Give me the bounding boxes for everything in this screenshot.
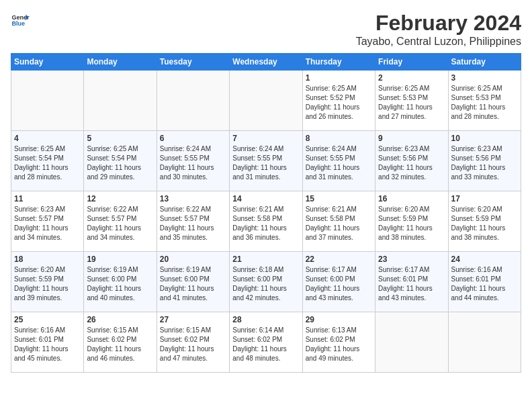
day-content: Sunrise: 6:25 AMSunset: 5:53 PMDaylight:… [378, 84, 445, 122]
calendar-cell [11, 71, 84, 131]
day-content: Sunrise: 6:24 AMSunset: 5:55 PMDaylight:… [306, 144, 372, 182]
day-number: 11 [14, 194, 81, 203]
day-content: Sunrise: 6:15 AMSunset: 6:02 PMDaylight:… [160, 326, 226, 363]
calendar-cell: 9Sunrise: 6:23 AMSunset: 5:56 PMDaylight… [375, 131, 448, 191]
day-content: Sunrise: 6:25 AMSunset: 5:54 PMDaylight:… [14, 144, 81, 182]
calendar-cell: 4Sunrise: 6:25 AMSunset: 5:54 PMDaylight… [11, 131, 84, 191]
day-content: Sunrise: 6:13 AMSunset: 6:02 PMDaylight:… [306, 326, 372, 363]
title-block: February 2024 Tayabo, Central Luzon, Phi… [356, 11, 521, 48]
day-number: 23 [378, 255, 445, 264]
day-content: Sunrise: 6:17 AMSunset: 6:01 PMDaylight:… [378, 265, 445, 303]
day-number: 14 [232, 194, 299, 203]
day-number: 22 [306, 255, 372, 264]
day-content: Sunrise: 6:23 AMSunset: 5:56 PMDaylight:… [451, 144, 518, 182]
logo-icon: General Blue [11, 11, 30, 30]
day-of-week-header: Saturday [448, 54, 521, 71]
day-number: 9 [378, 134, 445, 143]
calendar-cell: 6Sunrise: 6:24 AMSunset: 5:55 PMDaylight… [157, 131, 229, 191]
calendar-week-row: 4Sunrise: 6:25 AMSunset: 5:54 PMDaylight… [11, 131, 521, 191]
day-number: 3 [451, 73, 518, 83]
day-number: 19 [87, 255, 153, 264]
calendar-cell [157, 71, 229, 131]
calendar-cell: 24Sunrise: 6:16 AMSunset: 6:01 PMDayligh… [448, 252, 521, 312]
day-number: 7 [232, 134, 299, 143]
calendar-cell: 14Sunrise: 6:21 AMSunset: 5:58 PMDayligh… [230, 191, 302, 252]
day-content: Sunrise: 6:20 AMSunset: 5:59 PMDaylight:… [378, 205, 445, 242]
day-content: Sunrise: 6:16 AMSunset: 6:01 PMDaylight:… [451, 265, 518, 303]
day-content: Sunrise: 6:24 AMSunset: 5:55 PMDaylight:… [160, 144, 226, 182]
calendar-cell: 22Sunrise: 6:17 AMSunset: 6:00 PMDayligh… [302, 252, 375, 312]
day-content: Sunrise: 6:24 AMSunset: 5:55 PMDaylight:… [232, 144, 299, 182]
calendar-cell: 5Sunrise: 6:25 AMSunset: 5:54 PMDaylight… [84, 131, 157, 191]
calendar-cell: 17Sunrise: 6:20 AMSunset: 5:59 PMDayligh… [448, 191, 521, 252]
day-number: 5 [87, 134, 153, 143]
day-content: Sunrise: 6:16 AMSunset: 6:01 PMDaylight:… [14, 326, 81, 363]
day-of-week-header: Wednesday [230, 54, 302, 71]
calendar-cell: 16Sunrise: 6:20 AMSunset: 5:59 PMDayligh… [375, 191, 448, 252]
day-content: Sunrise: 6:15 AMSunset: 6:02 PMDaylight:… [87, 326, 153, 363]
day-number: 16 [378, 194, 445, 203]
day-of-week-header: Tuesday [157, 54, 229, 71]
day-content: Sunrise: 6:25 AMSunset: 5:54 PMDaylight:… [87, 144, 153, 182]
calendar-cell: 8Sunrise: 6:24 AMSunset: 5:55 PMDaylight… [302, 131, 375, 191]
day-number: 1 [306, 73, 372, 83]
day-content: Sunrise: 6:18 AMSunset: 6:00 PMDaylight:… [232, 265, 299, 303]
day-of-week-header: Sunday [11, 54, 84, 71]
calendar-body: 1Sunrise: 6:25 AMSunset: 5:52 PMDaylight… [11, 71, 521, 373]
day-number: 21 [232, 255, 299, 264]
calendar-week-row: 1Sunrise: 6:25 AMSunset: 5:52 PMDaylight… [11, 71, 521, 131]
calendar-cell: 10Sunrise: 6:23 AMSunset: 5:56 PMDayligh… [448, 131, 521, 191]
calendar-cell: 12Sunrise: 6:22 AMSunset: 5:57 PMDayligh… [84, 191, 157, 252]
day-number: 17 [451, 194, 518, 203]
calendar-cell: 27Sunrise: 6:15 AMSunset: 6:02 PMDayligh… [157, 312, 229, 373]
day-number: 10 [451, 134, 518, 143]
day-content: Sunrise: 6:22 AMSunset: 5:57 PMDaylight:… [160, 205, 226, 242]
day-content: Sunrise: 6:23 AMSunset: 5:57 PMDaylight:… [14, 205, 81, 242]
calendar-week-row: 11Sunrise: 6:23 AMSunset: 5:57 PMDayligh… [11, 191, 521, 252]
day-of-week-header: Thursday [302, 54, 375, 71]
calendar-cell: 26Sunrise: 6:15 AMSunset: 6:02 PMDayligh… [84, 312, 157, 373]
calendar-cell: 25Sunrise: 6:16 AMSunset: 6:01 PMDayligh… [11, 312, 84, 373]
day-number: 4 [14, 134, 81, 143]
day-number: 18 [14, 255, 81, 264]
day-content: Sunrise: 6:19 AMSunset: 6:00 PMDaylight:… [160, 265, 226, 303]
day-content: Sunrise: 6:21 AMSunset: 5:58 PMDaylight:… [306, 205, 372, 242]
day-number: 8 [306, 134, 372, 143]
calendar-cell: 28Sunrise: 6:14 AMSunset: 6:02 PMDayligh… [230, 312, 302, 373]
day-number: 20 [160, 255, 226, 264]
logo: General Blue [11, 11, 30, 30]
calendar-cell [375, 312, 448, 373]
calendar-cell: 15Sunrise: 6:21 AMSunset: 5:58 PMDayligh… [302, 191, 375, 252]
calendar-cell: 19Sunrise: 6:19 AMSunset: 6:00 PMDayligh… [84, 252, 157, 312]
day-number: 25 [14, 315, 81, 324]
calendar-week-row: 18Sunrise: 6:20 AMSunset: 5:59 PMDayligh… [11, 252, 521, 312]
day-of-week-header: Monday [84, 54, 157, 71]
location: Tayabo, Central Luzon, Philippines [356, 36, 521, 48]
day-number: 27 [160, 315, 226, 324]
calendar-cell: 18Sunrise: 6:20 AMSunset: 5:59 PMDayligh… [11, 252, 84, 312]
day-content: Sunrise: 6:25 AMSunset: 5:52 PMDaylight:… [306, 84, 372, 122]
svg-text:Blue: Blue [11, 20, 25, 27]
day-number: 13 [160, 194, 226, 203]
month-year: February 2024 [356, 11, 521, 36]
calendar-cell: 2Sunrise: 6:25 AMSunset: 5:53 PMDaylight… [375, 71, 448, 131]
day-content: Sunrise: 6:17 AMSunset: 6:00 PMDaylight:… [306, 265, 372, 303]
day-number: 24 [451, 255, 518, 264]
day-content: Sunrise: 6:21 AMSunset: 5:58 PMDaylight:… [232, 205, 299, 242]
day-number: 26 [87, 315, 153, 324]
page-header: General Blue February 2024 Tayabo, Centr… [11, 11, 521, 48]
day-number: 29 [306, 315, 372, 324]
day-number: 12 [87, 194, 153, 203]
calendar-cell: 7Sunrise: 6:24 AMSunset: 5:55 PMDaylight… [230, 131, 302, 191]
calendar-cell: 23Sunrise: 6:17 AMSunset: 6:01 PMDayligh… [375, 252, 448, 312]
calendar-cell [230, 71, 302, 131]
day-content: Sunrise: 6:25 AMSunset: 5:53 PMDaylight:… [451, 84, 518, 122]
calendar-cell: 13Sunrise: 6:22 AMSunset: 5:57 PMDayligh… [157, 191, 229, 252]
day-content: Sunrise: 6:14 AMSunset: 6:02 PMDaylight:… [232, 326, 299, 363]
calendar-cell [84, 71, 157, 131]
day-content: Sunrise: 6:20 AMSunset: 5:59 PMDaylight:… [14, 265, 81, 303]
day-content: Sunrise: 6:23 AMSunset: 5:56 PMDaylight:… [378, 144, 445, 182]
day-number: 6 [160, 134, 226, 143]
calendar-cell: 20Sunrise: 6:19 AMSunset: 6:00 PMDayligh… [157, 252, 229, 312]
calendar-cell [448, 312, 521, 373]
